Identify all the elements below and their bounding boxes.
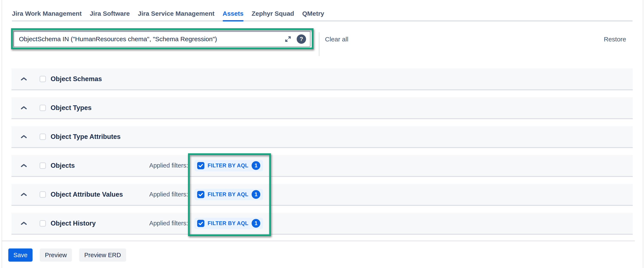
section-checkbox[interactable] — [40, 220, 46, 227]
filter-count-badge: 1 — [252, 161, 260, 170]
section-checkbox[interactable] — [40, 76, 46, 82]
footer-actions: Save Preview Preview ERD — [8, 249, 126, 262]
section-row-object-types: Object Types — [12, 97, 633, 119]
restore-button[interactable]: Restore — [604, 36, 626, 43]
section-checkbox[interactable] — [40, 162, 46, 169]
tab-assets[interactable]: Assets — [223, 9, 244, 20]
section-checkbox[interactable] — [40, 134, 46, 140]
filter-count-badge: 1 — [252, 219, 260, 228]
checked-checkbox-icon[interactable] — [197, 162, 204, 169]
section-row-object-attribute-values: Object Attribute Values Applied filters:… — [12, 184, 633, 206]
toolbar-divider — [319, 32, 320, 56]
filter-by-aql-label: FILTER BY AQL — [208, 220, 248, 226]
chevron-up-icon[interactable] — [20, 77, 27, 81]
chevron-up-icon[interactable] — [20, 163, 27, 168]
section-row-object-type-attributes: Object Type Attributes — [12, 126, 633, 148]
tab-jira-work-management[interactable]: Jira Work Management — [12, 9, 82, 20]
section-label: Object Schemas — [50, 75, 102, 83]
tab-zephyr-squad[interactable]: Zephyr Squad — [252, 9, 294, 20]
section-label: Object Attribute Values — [50, 191, 123, 198]
chevron-up-icon[interactable] — [20, 106, 27, 110]
filter-by-aql-badge[interactable]: FILTER BY AQL 1 — [194, 189, 263, 200]
section-label: Objects — [50, 162, 75, 169]
tab-jira-software[interactable]: Jira Software — [90, 9, 130, 20]
viewport-left-border — [2, 0, 2, 268]
tab-qmetry[interactable]: QMetry — [302, 9, 324, 20]
tab-jira-service-management[interactable]: Jira Service Management — [138, 9, 214, 20]
expand-icon[interactable] — [284, 35, 292, 43]
applied-filters-label: Applied filters: — [139, 220, 188, 227]
section-label: Object Type Attributes — [50, 133, 120, 140]
sections-list: Object Schemas Object Types Object Type … — [12, 68, 633, 242]
section-label: Object History — [50, 220, 96, 227]
filter-count-badge: 1 — [252, 190, 260, 199]
applied-filters-label: Applied filters: — [139, 162, 188, 169]
clear-all-button[interactable]: Clear all — [325, 36, 348, 43]
filter-by-aql-badge[interactable]: FILTER BY AQL 1 — [194, 218, 263, 229]
chevron-up-icon[interactable] — [20, 192, 27, 197]
section-row-object-schemas: Object Schemas — [12, 68, 633, 90]
preview-button[interactable]: Preview — [40, 249, 72, 262]
section-label: Object Types — [50, 104, 92, 112]
aql-query-text[interactable]: ObjectSchema IN ("HumanResources chema",… — [19, 35, 284, 43]
aql-query-input[interactable]: ObjectSchema IN ("HumanResources chema",… — [13, 31, 310, 47]
viewport-right-border — [643, 0, 643, 268]
aql-input-icons: ? — [284, 34, 306, 44]
filter-by-aql-badge[interactable]: FILTER BY AQL 1 — [194, 160, 263, 171]
chevron-up-icon[interactable] — [20, 135, 27, 139]
section-row-objects: Objects Applied filters: FILTER BY AQL 1 — [12, 155, 633, 177]
preview-erd-button[interactable]: Preview ERD — [79, 249, 126, 262]
save-button[interactable]: Save — [8, 249, 32, 262]
tab-list: Jira Work Management Jira Software Jira … — [12, 9, 632, 21]
filter-by-aql-label: FILTER BY AQL — [208, 191, 248, 197]
product-tabbar: Jira Work Management Jira Software Jira … — [12, 9, 632, 21]
checked-checkbox-icon[interactable] — [197, 220, 204, 227]
section-checkbox[interactable] — [40, 191, 46, 198]
section-checkbox[interactable] — [40, 105, 46, 111]
filter-by-aql-label: FILTER BY AQL — [208, 162, 248, 169]
checked-checkbox-icon[interactable] — [197, 191, 204, 198]
chevron-up-icon[interactable] — [20, 221, 27, 226]
applied-filters-label: Applied filters: — [139, 191, 188, 198]
section-row-object-history: Object History Applied filters: FILTER B… — [12, 213, 633, 235]
help-icon[interactable]: ? — [297, 34, 306, 44]
footer-divider — [2, 241, 635, 241]
